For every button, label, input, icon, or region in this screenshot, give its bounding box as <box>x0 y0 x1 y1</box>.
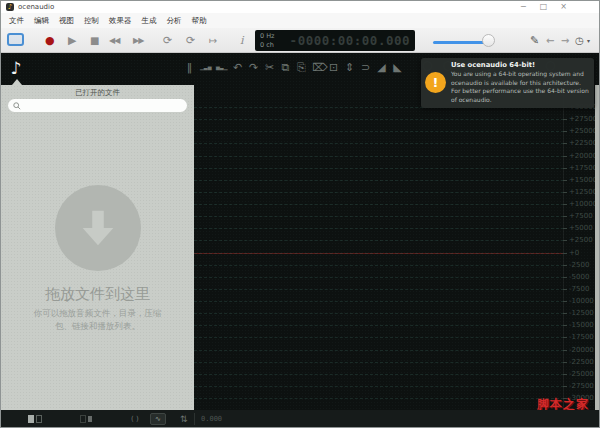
menu-bar: 文件编辑视图控制效果器生成分析帮助 <box>1 13 599 28</box>
sample-rate-value: 0 Hz <box>260 32 286 41</box>
undo-icon[interactable]: ↶ <box>232 61 243 74</box>
sidebar-header: 已打开的文件 <box>1 88 194 98</box>
volume-slider-knob[interactable] <box>482 34 495 47</box>
notification-popup[interactable]: ! Use ocenaudio 64-bit! You are using a … <box>421 58 594 108</box>
scale-tick <box>563 265 567 266</box>
menu-item-4[interactable]: 效果器 <box>109 16 132 26</box>
statusbar-separator <box>194 413 195 425</box>
grid-line <box>194 192 564 193</box>
grid-line <box>194 386 564 387</box>
drop-circle <box>55 185 141 271</box>
scale-tick <box>563 216 567 217</box>
file-search-box[interactable] <box>8 99 187 112</box>
search-input[interactable] <box>24 101 178 111</box>
minimize-button[interactable]: − <box>520 1 527 13</box>
grid-line <box>194 325 564 326</box>
scale-tick <box>563 289 567 290</box>
drop-title: 拖放文件到这里 <box>1 285 194 304</box>
fade-out-icon[interactable]: ◣ <box>392 61 403 74</box>
grid-line <box>194 265 564 266</box>
grid-line <box>194 362 564 363</box>
grid-line <box>194 253 564 254</box>
panel-toggle-icon[interactable] <box>80 410 92 428</box>
cursor-position-value: 0.000 <box>201 410 222 428</box>
scale-tick <box>563 350 567 351</box>
grid-line <box>194 131 564 132</box>
fade-in-icon[interactable]: ◢ <box>376 61 387 74</box>
status-bar: ( ) ∿ ⇅ 0.000 <box>1 410 599 428</box>
scale-tick <box>563 180 567 181</box>
navigate-forward-button[interactable]: → <box>561 32 569 49</box>
close-button[interactable]: × <box>560 1 567 13</box>
rewind-button[interactable]: ◀◀ <box>109 32 119 49</box>
vertical-zoom-icon[interactable]: ⇅ <box>180 410 188 428</box>
crop-icon[interactable]: ⊡ <box>328 61 339 74</box>
grid-line <box>194 216 564 217</box>
scale-tick <box>563 192 567 193</box>
scale-tick <box>563 362 567 363</box>
grid-line <box>194 301 564 302</box>
menu-item-2[interactable]: 视图 <box>59 16 74 26</box>
info-button[interactable]: i <box>240 32 244 49</box>
scale-tick <box>563 253 567 254</box>
interface-view-selector-icon[interactable] <box>7 33 24 46</box>
fast-forward-button[interactable]: ▶▶ <box>133 32 143 49</box>
scale-tick <box>563 204 567 205</box>
paste-icon[interactable]: ⎘ <box>296 61 307 74</box>
notification-title: Use ocenaudio 64-bit! <box>451 61 590 69</box>
loop-selection-button[interactable]: ⟳ <box>186 32 195 49</box>
menu-item-1[interactable]: 编辑 <box>34 16 49 26</box>
play-button[interactable]: ▶ <box>68 32 76 49</box>
vertical-scrollbar[interactable] <box>595 85 600 410</box>
scale-tick <box>563 119 567 120</box>
scale-tick <box>563 143 567 144</box>
record-button[interactable]: ● <box>45 32 55 49</box>
scale-tick <box>563 156 567 157</box>
file-drop-zone[interactable]: 拖放文件到这里 你可以拖放音频文件，目录，压缩包、链接和播放列表。 <box>1 175 194 345</box>
opened-files-sidebar: 已打开的文件 拖放文件到这里 你可以拖放音频文件，目录，压缩包、链接和播放列表。 <box>1 85 194 410</box>
selection-brackets-icon[interactable]: ( ) <box>131 410 139 428</box>
menu-item-7[interactable]: 帮助 <box>192 16 207 26</box>
copy-icon[interactable]: ⧉ <box>280 61 291 74</box>
notification-body: You are using a 64-bit operating system … <box>451 70 590 105</box>
grid-line <box>194 289 564 290</box>
history-dropdown-caret-icon[interactable]: ▾ <box>587 32 590 49</box>
grid-line <box>194 168 564 169</box>
menu-item-0[interactable]: 文件 <box>9 16 24 26</box>
scale-tick <box>563 337 567 338</box>
app-icon: ♪ <box>6 3 14 11</box>
time-counter: -0000:00:00.000 <box>286 33 410 48</box>
layout-toggle-icon[interactable] <box>28 410 42 428</box>
menu-item-5[interactable]: 生成 <box>142 16 157 26</box>
title-bar: ♪ ocenaudio − □ × <box>1 1 599 13</box>
download-arrow-icon <box>75 205 121 251</box>
fit-view-icon[interactable]: ∿ <box>150 413 166 425</box>
amplitude-zoom-in-icon[interactable]: ▁▃▅ <box>200 64 211 70</box>
scale-tick <box>563 131 567 132</box>
loop-button[interactable]: ⟳ <box>163 32 172 49</box>
ocenaudio-window: ♪ ocenaudio − □ × 文件编辑视图控制效果器生成分析帮助 ● ▶ … <box>0 0 600 428</box>
scale-tick <box>563 386 567 387</box>
menu-item-6[interactable]: 分析 <box>167 16 182 26</box>
delete-icon[interactable]: ⌦ <box>312 61 323 74</box>
edit-toolbar: ‖▁▃▅▅▃▁↶↷✂⧉⎘⌦⊡⇕⊃◢◣ <box>184 56 403 78</box>
reverse-icon[interactable]: ⊃ <box>360 61 371 74</box>
scale-tick <box>563 228 567 229</box>
handle-icon[interactable]: ‖ <box>184 61 195 74</box>
cut-icon[interactable]: ✂ <box>264 61 275 74</box>
watermark-title: 脚本之家 <box>530 396 596 410</box>
scale-tick <box>563 313 567 314</box>
navigate-back-button[interactable]: ← <box>546 32 554 49</box>
grid-line <box>194 228 564 229</box>
grid-line <box>194 204 564 205</box>
stop-button[interactable]: ■ <box>90 32 99 49</box>
play-from-cursor-button[interactable]: ↦ <box>209 32 217 49</box>
redo-icon[interactable]: ↷ <box>248 61 259 74</box>
menu-item-3[interactable]: 控制 <box>84 16 99 26</box>
fit-vertical-icon[interactable]: ⇕ <box>344 61 355 74</box>
maximize-button[interactable]: □ <box>540 1 548 13</box>
history-clock-icon[interactable]: ◷ <box>575 32 584 49</box>
amplitude-zoom-out-icon[interactable]: ▅▃▁ <box>216 64 227 70</box>
grid-line <box>194 143 564 144</box>
edit-pen-icon[interactable]: ✎ <box>530 32 539 49</box>
